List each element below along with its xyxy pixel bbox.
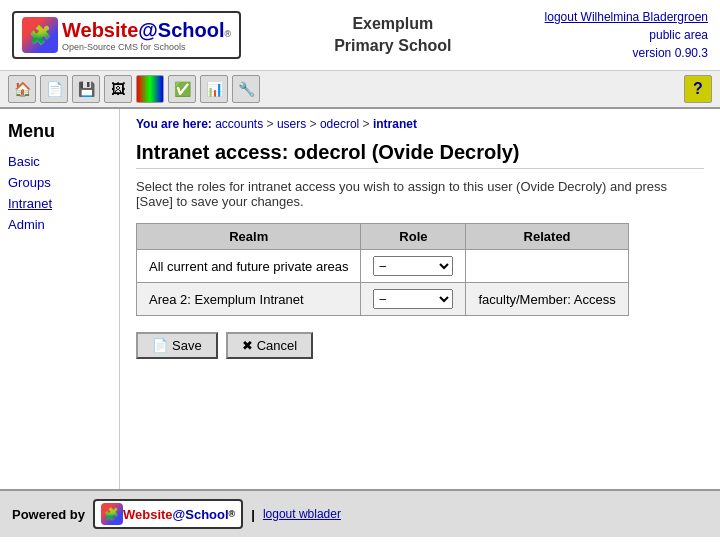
content: You are here: accounts > users > odecrol… (120, 109, 720, 489)
realm-1: All current and future private areas (137, 250, 361, 283)
footer-logo-text: Website (123, 507, 173, 522)
toolbar-icon-image[interactable]: 🖼 (104, 75, 132, 103)
related-2: faculty/Member: Access (466, 283, 628, 316)
save-button[interactable]: 📄 Save (136, 332, 218, 359)
sidebar-link-basic[interactable]: Basic (8, 154, 40, 169)
footer-logo-at: @ (173, 507, 186, 522)
page-title: Intranet access: odecrol (Ovide Decroly) (136, 141, 704, 169)
footer-puzzle-icon: 🧩 (101, 503, 123, 525)
roles-table: Realm Role Related All current and futur… (136, 223, 629, 316)
sidebar-item-admin[interactable]: Admin (8, 217, 111, 232)
main: Menu Basic Groups Intranet Admin You are… (0, 109, 720, 489)
sidebar-link-groups[interactable]: Groups (8, 175, 51, 190)
toolbar-icon-check[interactable]: ✅ (168, 75, 196, 103)
menu-label: Menu (8, 121, 111, 142)
toolbar: 🏠 📄 💾 🖼 ✅ 📊 🔧 ? (0, 71, 720, 109)
area-text: public area (649, 28, 708, 42)
toolbar-icon-page[interactable]: 📄 (40, 75, 68, 103)
footer-separator: | (251, 507, 255, 522)
puzzle-icon: 🧩 (22, 17, 58, 53)
sidebar-item-intranet[interactable]: Intranet (8, 196, 111, 211)
logo-registered: ® (225, 29, 232, 39)
logo-school: School (158, 19, 225, 42)
cancel-label: Cancel (257, 338, 297, 353)
role-select-2[interactable]: – (373, 289, 453, 309)
role-select-cell-2: – (361, 283, 466, 316)
version-text: version 0.90.3 (633, 46, 708, 60)
footer: Powered by 🧩 Website @ School ® | logout… (0, 489, 720, 537)
toolbar-icon-home[interactable]: 🏠 (8, 75, 36, 103)
powered-by-text: Powered by (12, 507, 85, 522)
toolbar-icon-save[interactable]: 💾 (72, 75, 100, 103)
toolbar-icons: 🏠 📄 💾 🖼 ✅ 📊 🔧 (8, 75, 260, 103)
header: 🧩 Website @ School ® Open-Source CMS for… (0, 0, 720, 71)
logout-area: logout Wilhelmina Bladergroen public are… (545, 8, 708, 62)
logo-box: 🧩 Website @ School ® Open-Source CMS for… (12, 11, 241, 59)
sidebar: Menu Basic Groups Intranet Admin (0, 109, 120, 489)
toolbar-icon-chart[interactable]: 📊 (200, 75, 228, 103)
breadcrumb-accounts[interactable]: accounts (215, 117, 263, 131)
logo-text: Website (62, 19, 138, 42)
table-row: Area 2: Exemplum Intranet – faculty/Memb… (137, 283, 629, 316)
col-realm: Realm (137, 224, 361, 250)
logout-link[interactable]: logout Wilhelmina Bladergroen (545, 10, 708, 24)
button-row: 📄 Save ✖ Cancel (136, 332, 704, 359)
col-related: Related (466, 224, 628, 250)
save-label: Save (172, 338, 202, 353)
school-name: Exemplum Primary School (334, 13, 451, 58)
breadcrumb: You are here: accounts > users > odecrol… (136, 117, 704, 131)
sidebar-link-admin[interactable]: Admin (8, 217, 45, 232)
breadcrumb-users[interactable]: users (277, 117, 306, 131)
footer-logo-box: 🧩 Website @ School ® (93, 499, 243, 529)
cancel-icon: ✖ (242, 338, 253, 353)
cancel-button[interactable]: ✖ Cancel (226, 332, 313, 359)
toolbar-icon-settings[interactable]: 🔧 (232, 75, 260, 103)
help-icon[interactable]: ? (684, 75, 712, 103)
col-role: Role (361, 224, 466, 250)
logo-area: 🧩 Website @ School ® Open-Source CMS for… (12, 11, 241, 59)
role-select-cell-1: – (361, 250, 466, 283)
toolbar-icon-color[interactable] (136, 75, 164, 103)
description: Select the roles for intranet access you… (136, 179, 704, 209)
breadcrumb-intranet: intranet (373, 117, 417, 131)
footer-logo-registered: ® (229, 509, 236, 519)
breadcrumb-odecrol[interactable]: odecrol (320, 117, 359, 131)
sidebar-item-basic[interactable]: Basic (8, 154, 111, 169)
sidebar-link-intranet[interactable]: Intranet (8, 196, 52, 211)
save-icon: 📄 (152, 338, 168, 353)
sidebar-item-groups[interactable]: Groups (8, 175, 111, 190)
related-1 (466, 250, 628, 283)
realm-2: Area 2: Exemplum Intranet (137, 283, 361, 316)
logo-subtitle: Open-Source CMS for Schools (62, 42, 231, 52)
role-select-1[interactable]: – (373, 256, 453, 276)
footer-logout-link[interactable]: logout wblader (263, 507, 341, 521)
footer-logo-school: School (185, 507, 228, 522)
table-row: All current and future private areas – (137, 250, 629, 283)
logo-at: @ (138, 19, 158, 42)
breadcrumb-prefix: You are here: (136, 117, 212, 131)
sidebar-menu: Basic Groups Intranet Admin (8, 154, 111, 232)
